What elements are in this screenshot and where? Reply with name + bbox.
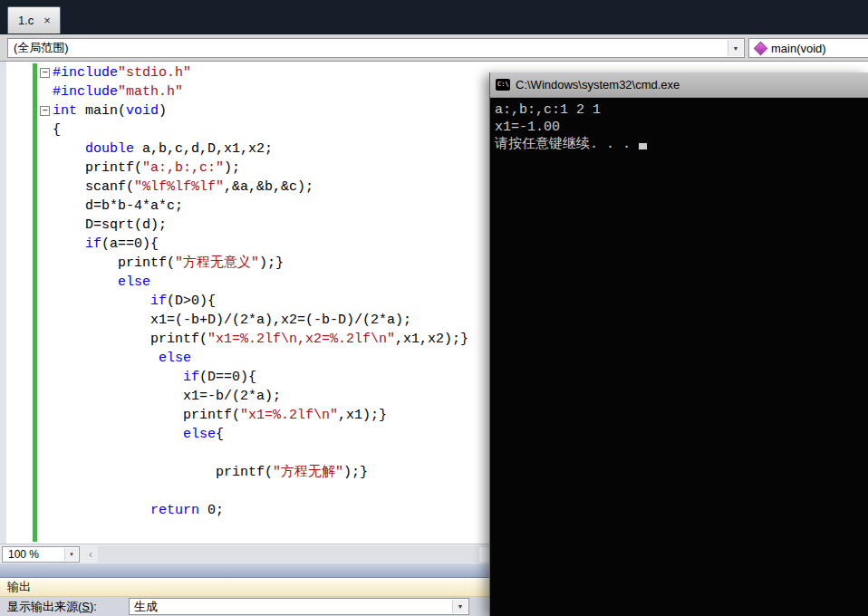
- output-source-dropdown[interactable]: 生成 ▼: [129, 598, 469, 615]
- cmd-window[interactable]: C:\ C:\Windows\system32\cmd.exe a:,b:,c:…: [489, 72, 868, 616]
- close-icon[interactable]: ×: [43, 14, 51, 26]
- output-source-value: 生成: [134, 599, 158, 615]
- zoom-value: 100 %: [8, 548, 39, 561]
- code-line: return 0;: [53, 501, 468, 520]
- code-line: x1=(-b+D)/(2*a),x2=(-b-D)/(2*a);: [53, 311, 468, 330]
- cmd-titlebar[interactable]: C:\ C:\Windows\system32\cmd.exe: [490, 72, 868, 98]
- change-tracking-bar: [33, 63, 37, 542]
- code-line: else: [53, 273, 468, 292]
- code-line: #include"math.h": [53, 82, 468, 101]
- fold-margin: −−: [40, 63, 52, 542]
- console-line: 请按任意键继续. . .: [495, 136, 868, 153]
- code-line: printf("x1=%.2lf\n",x1);}: [53, 406, 468, 425]
- code-line: printf("方程无解");}: [53, 463, 468, 482]
- code-line: printf("方程无意义");}: [53, 254, 468, 273]
- code-line: [53, 444, 468, 463]
- output-source-label: 显示输出来源(S):: [7, 599, 97, 615]
- code-line: scanf("%lf%lf%lf",&a,&b,&c);: [53, 178, 468, 197]
- member-dropdown-value: main(void): [771, 42, 826, 55]
- tab-label: 1.c: [18, 14, 34, 27]
- method-icon: [754, 41, 768, 55]
- code-line: double a,b,c,d,D,x1,x2;: [53, 140, 468, 159]
- code-line: {: [53, 120, 468, 140]
- chevron-down-icon[interactable]: ▼: [64, 548, 78, 561]
- code-line: [53, 482, 468, 501]
- scroll-left-icon[interactable]: ‹: [85, 546, 96, 563]
- member-dropdown[interactable]: main(void): [748, 38, 868, 58]
- code-line: x1=-b/(2*a);: [53, 387, 468, 406]
- chevron-down-icon[interactable]: ▼: [452, 600, 468, 613]
- code-line: else{: [53, 425, 468, 444]
- code-line: else: [53, 349, 468, 368]
- zoom-dropdown[interactable]: 100 % ▼: [2, 546, 80, 563]
- console-text[interactable]: a:,b:,c:1 2 1x1=-1.00请按任意键继续. . .: [490, 98, 868, 616]
- code-line: int main(void): [53, 101, 468, 120]
- code-line: printf("a:,b:,c:");: [53, 159, 468, 178]
- scrollbar-thumb[interactable]: [99, 547, 479, 562]
- scope-dropdown-value: (全局范围): [14, 40, 69, 56]
- cmd-icon: C:\: [496, 79, 510, 91]
- scope-dropdown[interactable]: (全局范围) ▼: [7, 38, 745, 58]
- code-line: d=b*b-4*a*c;: [53, 197, 468, 216]
- output-panel-title: 输出: [7, 579, 31, 595]
- tab-1c[interactable]: 1.c ×: [7, 6, 61, 34]
- console-line: x1=-1.00: [495, 119, 868, 136]
- console-cursor: [639, 143, 647, 149]
- code-line: #include"stdio.h": [53, 63, 468, 82]
- document-tab-bar: 1.c ×: [0, 0, 868, 34]
- navigation-bar: (全局范围) ▼ main(void): [0, 34, 868, 62]
- code-line: if(D>0){: [53, 292, 468, 311]
- code-lines: #include"stdio.h"#include"math.h"int mai…: [53, 63, 468, 520]
- fold-collapse-icon[interactable]: −: [40, 68, 50, 78]
- fold-collapse-icon[interactable]: −: [40, 106, 50, 116]
- code-line: printf("x1=%.2lf\n,x2=%.2lf\n",x1,x2);}: [53, 330, 468, 349]
- chevron-down-icon[interactable]: ▼: [728, 40, 743, 56]
- code-line: if(D==0){: [53, 368, 468, 387]
- console-line: a:,b:,c:1 2 1: [495, 101, 868, 119]
- cmd-title: C:\Windows\system32\cmd.exe: [516, 78, 680, 91]
- code-line: if(a==0){: [53, 235, 468, 254]
- code-line: D=sqrt(d);: [53, 216, 468, 235]
- editor-left-margin: [0, 62, 6, 544]
